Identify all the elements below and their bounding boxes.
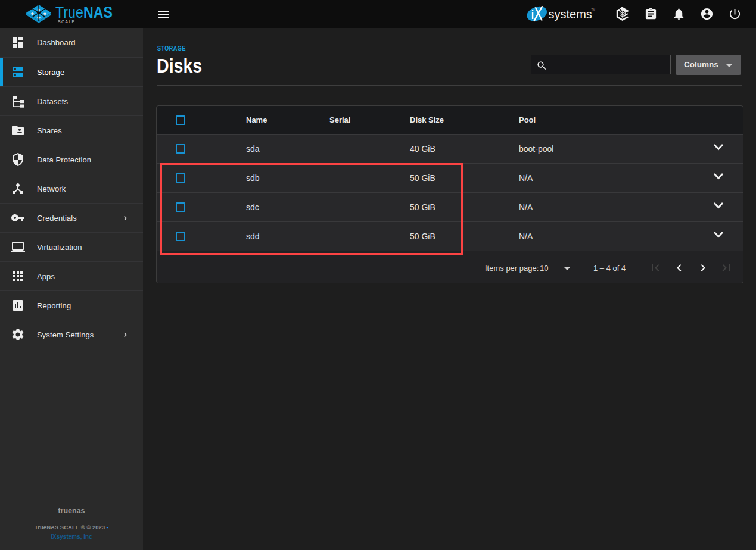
svg-text:TM: TM (592, 8, 596, 11)
svg-text:systems: systems (549, 8, 592, 21)
